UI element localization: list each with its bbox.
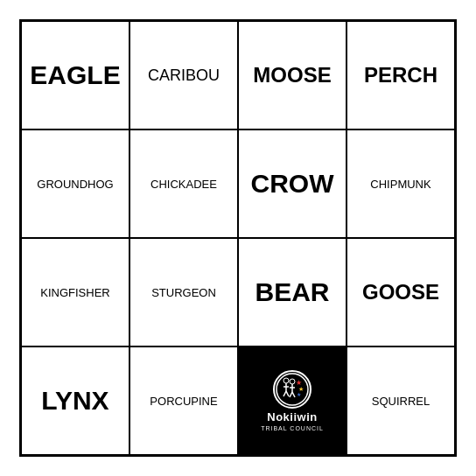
svg-line-8 (290, 392, 292, 397)
cell-text: PERCH (364, 63, 438, 88)
cell-eagle: EAGLE (21, 21, 130, 130)
cell-text: SQUIRREL (372, 395, 430, 408)
bingo-card: EAGLE CARIBOU MOOSE PERCH GROUNDHOG CHIC… (19, 19, 457, 457)
svg-text:★: ★ (298, 386, 304, 392)
cell-text: STURGEON (151, 286, 216, 299)
nokiiwin-brand-name: Nokiiwin (267, 410, 317, 424)
cell-text: BEAR (255, 277, 329, 307)
svg-line-4 (286, 391, 289, 396)
cell-caribou: CARIBOU (130, 21, 238, 130)
cell-porcupine: PORCUPINE (130, 346, 238, 455)
cell-groundhog: GROUNDHOG (21, 130, 130, 238)
cell-text: EAGLE (30, 60, 120, 90)
cell-text: CHIPMUNK (370, 178, 430, 191)
cell-text: MOOSE (253, 63, 331, 88)
nokiiwin-circle: ★ ★ ★ (273, 370, 312, 409)
svg-line-3 (284, 391, 286, 396)
cell-text: CHICKADEE (150, 178, 217, 191)
cell-perch: PERCH (346, 21, 455, 130)
svg-point-6 (290, 379, 295, 384)
cell-chickadee: CHICKADEE (130, 130, 238, 238)
cell-text: GROUNDHOG (37, 178, 113, 191)
cell-kingfisher: KINGFISHER (21, 238, 130, 346)
cell-text: GOOSE (362, 280, 439, 304)
cell-text: PORCUPINE (150, 395, 217, 408)
cell-squirrel: SQUIRREL (346, 346, 455, 455)
nokiiwin-brand-subtitle: TRIBAL COUNCIL (261, 425, 324, 431)
svg-point-1 (284, 378, 289, 383)
cell-free-nokiiwin: ★ ★ ★ Nokiiwin TRIBAL COUNCIL (238, 346, 346, 455)
svg-text:★: ★ (296, 392, 300, 397)
cell-goose: GOOSE (346, 238, 455, 346)
cell-text: CROW (251, 169, 334, 199)
cell-text: KINGFISHER (40, 286, 109, 299)
svg-line-9 (292, 392, 295, 397)
cell-text: LYNX (41, 386, 108, 416)
cell-text: CARIBOU (148, 66, 220, 85)
cell-lynx: LYNX (21, 346, 130, 455)
cell-crow: CROW (238, 130, 346, 238)
nokiiwin-emblem: ★ ★ ★ (275, 372, 310, 407)
cell-sturgeon: STURGEON (130, 238, 238, 346)
cell-bear: BEAR (238, 238, 346, 346)
nokiiwin-logo: ★ ★ ★ Nokiiwin TRIBAL COUNCIL (261, 370, 324, 431)
cell-chipmunk: CHIPMUNK (346, 130, 455, 238)
cell-moose: MOOSE (238, 21, 346, 130)
